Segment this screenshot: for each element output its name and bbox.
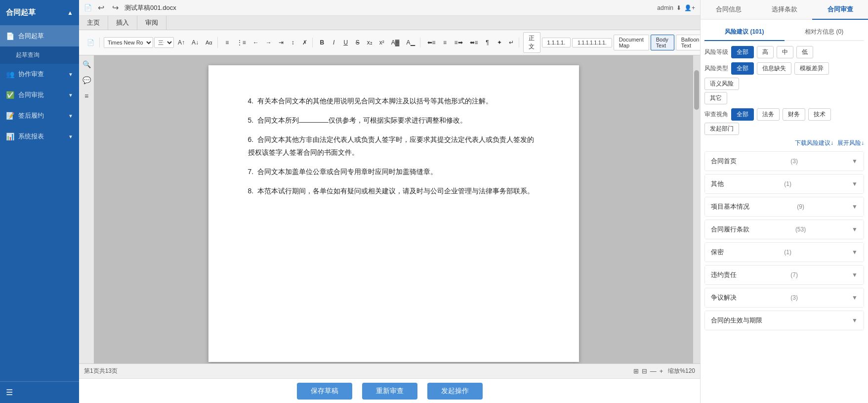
filter-type-missing[interactable]: 信息缺失 (757, 62, 791, 75)
font-size-up-btn[interactable]: A↑ (175, 38, 188, 47)
risk-section-header-homepage[interactable]: 合同首页 (3) ▼ (705, 152, 864, 171)
sidebar-item-draft-query[interactable]: 起草查询 (0, 46, 79, 64)
indent-btn[interactable]: → (263, 38, 275, 47)
italic-btn[interactable]: I (329, 38, 339, 47)
filter-view-all[interactable]: 全部 (731, 108, 754, 121)
filter-view-tech[interactable]: 技术 (808, 108, 831, 121)
risk-section-header-validity[interactable]: 合同的生效与期限 ▼ (705, 311, 864, 330)
align-center-btn[interactable]: ≡ (440, 38, 451, 47)
risk-section-header-other[interactable]: 其他 (1) ▼ (705, 175, 864, 193)
editor-scrollbar[interactable] (693, 55, 700, 363)
risk-section-header-confidential[interactable]: 保密 (1) ▼ (705, 243, 864, 262)
strikethrough-btn[interactable]: S (352, 38, 363, 47)
tab-review[interactable]: 审阅 (137, 16, 166, 30)
sidebar-item-drafting[interactable]: 📄 合同起草 (0, 26, 79, 46)
re-review-button[interactable]: 重新审查 (362, 383, 417, 400)
font-size-down-btn[interactable]: A↓ (189, 38, 202, 47)
expand-risk-link[interactable]: 展开风险↓ (837, 139, 864, 147)
para-mark-btn[interactable]: ¶ (482, 38, 493, 47)
risk-section-header-contract-terms[interactable]: 合同履行条款 (53) ▼ (705, 220, 864, 239)
right-tab-select-clause[interactable]: 选择条款 (756, 0, 812, 20)
special-btn[interactable]: ✦ (494, 38, 505, 47)
filter-view-finance[interactable]: 财务 (783, 108, 805, 121)
style-body-text[interactable]: Body Text (651, 35, 674, 50)
redo-button[interactable]: ↪ (110, 2, 121, 13)
user-add-icon[interactable]: 👤+ (684, 4, 695, 11)
list-ordered-btn[interactable]: ⋮≡ (234, 38, 249, 47)
subscript-btn[interactable]: x₂ (364, 38, 375, 47)
style-1111111[interactable]: 1.1.1.1.1.1.1. (572, 38, 612, 47)
chevron-down-icon-2: ▼ (852, 203, 858, 210)
zoom-out-icon[interactable]: — (650, 367, 657, 375)
indent2-btn[interactable]: ⇥ (276, 38, 287, 47)
font-format-btn[interactable]: Aα (203, 38, 215, 47)
bold-btn[interactable]: B (317, 38, 328, 47)
right-tab-contract-review[interactable]: 合同审查 (812, 0, 868, 20)
eraser-btn[interactable]: ✗ (299, 38, 310, 47)
status-bar-right: ⊞ ⊟ — + 缩放%120 (633, 367, 695, 375)
style-balloon-text[interactable]: Balloon Text (676, 35, 700, 50)
chevron-down-icon-6: ▼ (852, 294, 858, 301)
document-title: 测试草稿001.docx (124, 3, 176, 12)
doc-icon-btn[interactable]: 📄 (84, 38, 97, 47)
right-subtab-risk[interactable]: 风险建议 (101) (704, 24, 785, 41)
doc-item-5-text: 合同文本所列仅供参考，可根据实际要求进行调整和修改。 (257, 116, 467, 124)
scrollbar-thumb[interactable] (694, 70, 699, 110)
filter-level-mid[interactable]: 中 (777, 46, 793, 58)
sidebar-item-collab-review[interactable]: 👥 协作审查 ▼ (0, 64, 79, 85)
comment-tool-icon[interactable]: 💬 (81, 74, 93, 86)
font-family-select[interactable]: Times New Roman (104, 37, 153, 48)
submit-operation-button[interactable]: 发起操作 (427, 383, 483, 400)
outline-tool-icon[interactable]: ≡ (83, 90, 90, 102)
ribbon-group-format: B I U S x₂ x² A▓ A▁ (315, 38, 420, 47)
sidebar-collapse-icon[interactable]: ▲ (67, 9, 73, 16)
font-color-btn[interactable]: A▁ (404, 38, 418, 47)
filter-view-dept[interactable]: 发起部门 (704, 123, 739, 135)
highlight-btn[interactable]: A▓ (388, 38, 403, 47)
filter-type-semantic[interactable]: 语义风险 (704, 78, 739, 90)
sidebar-item-post-sign[interactable]: 📝 签后履约 ▼ (0, 105, 79, 126)
style-document-map[interactable]: Document Map (614, 35, 649, 50)
justify-btn[interactable]: ⬌≡ (467, 38, 481, 47)
save-draft-button[interactable]: 保存草稿 (297, 383, 352, 400)
list-unordered-btn[interactable]: ≡ (222, 38, 233, 47)
filter-type-all[interactable]: 全部 (731, 62, 754, 75)
risk-section-confidential: 保密 (1) ▼ (704, 242, 864, 262)
search-tool-icon[interactable]: 🔍 (81, 58, 93, 70)
style-1111[interactable]: 1.1.1.1. (542, 38, 571, 47)
download-risk-link[interactable]: 下载风险建议↓ (795, 139, 833, 147)
superscript-btn[interactable]: x² (376, 38, 387, 47)
filter-level-high[interactable]: 高 (757, 46, 774, 58)
font-size-select[interactable]: 三号 四号 (154, 37, 174, 48)
risk-section-header-breach[interactable]: 违约责任 (7) ▼ (705, 266, 864, 284)
filter-level-low[interactable]: 低 (796, 46, 813, 58)
align-right-btn[interactable]: ≡➡ (452, 38, 466, 47)
sidebar-item-system-report[interactable]: 📊 系统报表 ▼ (0, 126, 79, 147)
filter-type-other[interactable]: 其它 (704, 92, 727, 104)
line-height-btn[interactable]: ↕ (288, 38, 298, 47)
filter-view-legal[interactable]: 法务 (757, 108, 780, 121)
outdent-btn[interactable]: ← (250, 38, 262, 47)
risk-section-header-dispute[interactable]: 争议解决 (3) ▼ (705, 288, 864, 307)
right-subtab-counterparty[interactable]: 相对方信息 (0) (785, 24, 865, 40)
view-grid-icon[interactable]: ⊞ (633, 367, 639, 375)
pilcrow-btn[interactable]: ↵ (506, 38, 517, 47)
filter-level-all[interactable]: 全部 (731, 46, 754, 58)
tab-insert[interactable]: 插入 (108, 16, 137, 30)
document-container[interactable]: 4. 有关本合同文本的其他使用说明见合同文本脚注及以括号等其他形式的注解。 5.… (94, 55, 693, 363)
risk-section-header-project-basic[interactable]: 项目基本情况 (9) ▼ (705, 197, 864, 216)
ribbon-group-paragraph: ≡ ⋮≡ ← → ⇥ ↕ ✗ (220, 38, 313, 47)
underline-btn[interactable]: U (340, 38, 351, 47)
style-zhengwen[interactable]: 正文 (523, 32, 540, 53)
tab-home[interactable]: 主页 (79, 16, 108, 30)
sidebar-menu-icon[interactable]: ☰ (6, 388, 13, 397)
right-tab-contract-info[interactable]: 合同信息 (701, 0, 756, 20)
zoom-in-icon[interactable]: + (660, 367, 663, 375)
filter-level-label: 风险等级 (704, 48, 728, 56)
view-split-icon[interactable]: ⊟ (642, 367, 647, 375)
download-icon[interactable]: ⬇ (676, 4, 681, 11)
align-left-btn[interactable]: ⬅≡ (424, 38, 439, 47)
filter-type-template-diff[interactable]: 模板差异 (794, 62, 829, 75)
sidebar-item-contract-approve[interactable]: ✅ 合同审批 ▼ (0, 85, 79, 105)
undo-button[interactable]: ↩ (96, 2, 106, 13)
